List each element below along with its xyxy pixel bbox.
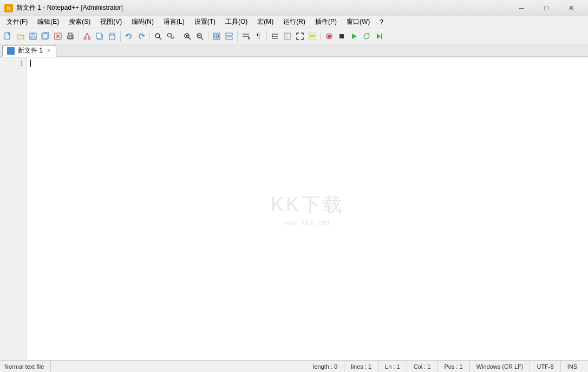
menu-language[interactable]: 语言(L) [159, 16, 189, 28]
svg-rect-45 [309, 33, 316, 40]
print-button[interactable] [64, 30, 76, 42]
word-wrap-button[interactable] [240, 30, 252, 42]
menu-search[interactable]: 搜索(S) [64, 16, 95, 28]
menu-view[interactable]: 视图(V) [96, 16, 126, 28]
svg-point-20 [155, 34, 160, 38]
status-length: length : 0 [306, 361, 344, 372]
editor-container: 1 KK下载 www.kkx.net [0, 57, 588, 360]
indent-button[interactable] [269, 30, 281, 42]
text-cursor [30, 60, 31, 67]
menu-plugins[interactable]: 插件(P) [311, 16, 341, 28]
svg-line-15 [87, 33, 89, 37]
save-file-button[interactable] [27, 30, 39, 42]
tab-newfile1[interactable]: 新文件 1 × [2, 45, 56, 57]
menu-tools[interactable]: 工具(O) [221, 16, 252, 28]
tabbar: 新文件 1 × [0, 44, 588, 57]
all-chars-button[interactable]: ¶ [252, 30, 264, 42]
editor-area[interactable]: KK下载 www.kkx.net [27, 57, 588, 360]
status-lines: lines : 1 [344, 361, 378, 372]
svg-point-49 [328, 35, 331, 38]
menu-window[interactable]: 窗口(W) [342, 16, 374, 28]
open-file-button[interactable] [15, 30, 27, 42]
toolbar: ¶ [0, 28, 588, 44]
status-col: Col : 1 [407, 361, 438, 372]
titlebar: N 新文件 1 - Notepad++ [Administrator] ─ □ … [0, 0, 588, 16]
toolbar-sep-3 [149, 31, 150, 42]
copy-button[interactable] [94, 30, 106, 42]
find-button[interactable] [152, 30, 164, 42]
tab-file-icon [7, 47, 15, 55]
macro-save-button[interactable] [373, 30, 385, 42]
toolbar-sep-6 [237, 31, 238, 42]
svg-point-12 [84, 37, 86, 40]
svg-rect-2 [31, 33, 35, 35]
toolbar-sep-5 [208, 31, 208, 42]
menu-help[interactable]: ? [375, 16, 388, 28]
svg-point-22 [168, 33, 172, 37]
svg-line-21 [159, 37, 161, 40]
status-eol: Windows (CR LF) [470, 361, 531, 372]
toolbar-sep-4 [179, 31, 179, 42]
svg-line-14 [85, 33, 87, 37]
toolbar-sep-1 [79, 31, 79, 42]
svg-point-13 [88, 37, 90, 40]
status-ln: Ln : 1 [378, 361, 407, 372]
toolbar-sep-2 [120, 31, 121, 42]
menu-macro[interactable]: 宏(M) [253, 16, 278, 28]
sync-h-button[interactable] [223, 30, 235, 42]
menu-settings[interactable]: 设置(T) [190, 16, 220, 28]
macro-stop-button[interactable] [336, 30, 348, 42]
watermark-text1: KK下载 [271, 192, 344, 218]
svg-rect-11 [69, 37, 72, 38]
svg-marker-51 [352, 34, 357, 39]
macro-rec-button[interactable] [323, 30, 335, 42]
minimize-button[interactable]: ─ [509, 0, 534, 16]
svg-rect-6 [44, 32, 47, 34]
close-button-tb[interactable] [52, 30, 64, 42]
watermark-text2: www.kkx.net [271, 218, 344, 226]
menubar: 文件(F) 编辑(E) 搜索(S) 视图(V) 编码(N) 语言(L) 设置(T… [0, 16, 588, 28]
line-numbers: 1 [0, 57, 27, 360]
close-button[interactable]: ✕ [559, 0, 584, 16]
fullscreen-button[interactable] [294, 30, 306, 42]
svg-rect-3 [31, 37, 35, 39]
menu-run[interactable]: 运行(R) [279, 16, 310, 28]
macro-loop-button[interactable] [361, 30, 373, 42]
menu-file[interactable]: 文件(F) [2, 16, 32, 28]
tab-close-button[interactable]: × [46, 47, 51, 54]
menu-edit[interactable]: 编辑(E) [33, 16, 63, 28]
redo-button[interactable] [135, 30, 147, 42]
status-pos: Pos : 1 [437, 361, 469, 372]
status-ins: INS [561, 361, 584, 372]
svg-rect-17 [96, 33, 101, 38]
svg-marker-52 [377, 34, 381, 39]
titlebar-left: N 新文件 1 - Notepad++ [Administrator] [4, 3, 123, 12]
svg-rect-35 [226, 33, 232, 36]
toolbar-sep-7 [266, 31, 267, 42]
macro-play-button[interactable] [348, 30, 360, 42]
undo-button[interactable] [123, 30, 135, 42]
sync-v-button[interactable] [211, 30, 223, 42]
paste-button[interactable] [106, 30, 118, 42]
cut-button[interactable] [81, 30, 93, 42]
zoom-in-button[interactable] [181, 30, 193, 42]
svg-rect-36 [226, 37, 232, 40]
tab-label: 新文件 1 [18, 46, 43, 55]
new-file-button[interactable] [2, 30, 14, 42]
watermark: KK下载 www.kkx.net [271, 192, 344, 226]
toolbar-sep-8 [321, 31, 321, 42]
save-all-button[interactable] [40, 30, 51, 42]
statusbar: Normal text file length : 0 lines : 1 Ln… [0, 360, 588, 372]
svg-line-29 [201, 37, 203, 40]
zoom-out-button[interactable] [194, 30, 206, 42]
window-controls: ─ □ ✕ [509, 0, 584, 16]
replace-button[interactable] [165, 30, 177, 42]
indent-guide-button[interactable] [282, 30, 293, 42]
postit-button[interactable] [306, 30, 318, 42]
svg-rect-50 [339, 34, 344, 38]
restore-button[interactable]: □ [534, 0, 559, 16]
svg-rect-19 [110, 33, 114, 35]
svg-line-25 [188, 37, 191, 40]
status-encoding: UTF-8 [530, 361, 560, 372]
menu-encoding[interactable]: 编码(N) [127, 16, 158, 28]
